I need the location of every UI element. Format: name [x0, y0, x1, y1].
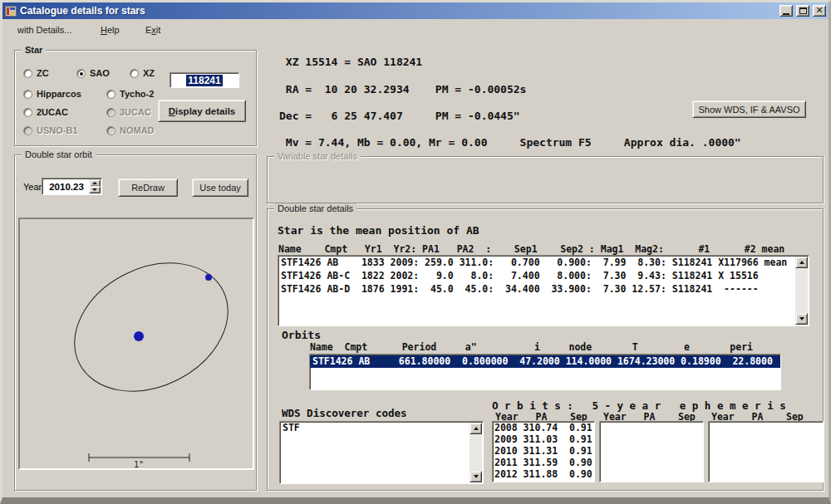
- scroll-down-button[interactable]: [795, 313, 808, 325]
- scroll-down-icon: [474, 475, 479, 478]
- orbits-label: Orbits: [282, 329, 321, 341]
- radio-usnob1: USNO-B1: [23, 125, 78, 135]
- variable-star-details-group: Variable star details: [267, 156, 824, 203]
- radio-hipparcos-icon: [23, 90, 32, 99]
- wds-codes-listbox[interactable]: STF: [279, 421, 484, 484]
- close-button[interactable]: ✕: [813, 5, 826, 17]
- double-star-details-group: Double star details Star is the mean pos…: [267, 208, 824, 491]
- scroll-up-icon: [474, 427, 479, 430]
- radio-tycho2[interactable]: Tycho-2: [106, 89, 154, 99]
- radio-3ucac-icon: [106, 108, 116, 117]
- year-value: 2010.23: [42, 179, 91, 194]
- ephemeris-listbox-2[interactable]: [599, 421, 704, 482]
- scroll-up-button[interactable]: [470, 423, 482, 434]
- minimize-icon: [783, 13, 789, 15]
- primary-star-dot: [134, 331, 144, 341]
- ephemeris-row[interactable]: 2009 311.03 0.91: [493, 433, 594, 445]
- minimize-button[interactable]: [779, 5, 793, 17]
- measures-row[interactable]: STF1426 AB 1833 2009: 259.0 311.0: 0.700…: [278, 256, 809, 269]
- radio-3ucac: 3UCAC: [106, 107, 151, 117]
- wds-codes-label: WDS Discoverer codes: [282, 407, 407, 419]
- radio-sao[interactable]: SAO: [76, 68, 110, 78]
- maximize-icon: [799, 7, 807, 14]
- maximize-button[interactable]: [796, 5, 809, 17]
- star-info-line1: XZ 15514 = SAO 118241: [279, 49, 422, 76]
- orbits-listbox[interactable]: STF1426 AB 661.80000 0.800000 47.2000 11…: [309, 354, 781, 390]
- radio-sao-icon: [76, 69, 86, 78]
- double-group-label: Double star details: [274, 203, 356, 213]
- year-label: Year: [23, 182, 42, 192]
- orbit-ellipse: [52, 238, 249, 417]
- star-id-input[interactable]: 118241: [170, 72, 239, 88]
- radio-hipparcos[interactable]: Hipparcos: [23, 89, 81, 99]
- radio-xz-icon: [130, 69, 139, 78]
- app-icon: [5, 6, 17, 17]
- orbit-group-label: Double star orbit: [22, 149, 96, 159]
- menu-bar: with Details... Help Exit: [2, 21, 829, 41]
- use-today-button[interactable]: Use today: [192, 179, 248, 197]
- measures-listbox[interactable]: STF1426 AB 1833 2009: 259.0 311.0: 0.700…: [278, 255, 809, 326]
- star-id-value: 118241: [186, 75, 222, 86]
- measures-scrollbar[interactable]: [795, 257, 808, 325]
- measures-row[interactable]: STF1426 AB-D 1876 1991: 45.0 45.0: 34.40…: [278, 282, 809, 296]
- ephemeris-row[interactable]: 2011 311.59 0.90: [493, 457, 594, 468]
- ephemeris-listbox-3[interactable]: [708, 421, 824, 482]
- wds-scrollbar[interactable]: [470, 423, 482, 482]
- radio-xz[interactable]: XZ: [130, 68, 155, 78]
- radio-nomad-icon: [106, 126, 116, 135]
- orbit-plot-panel: 1": [18, 218, 254, 470]
- display-details-button[interactable]: Display details: [158, 100, 246, 122]
- variable-group-label: Variable star details: [274, 151, 361, 161]
- close-icon: ✕: [815, 7, 823, 15]
- radio-nomad: NOMAD: [106, 125, 155, 135]
- scroll-up-button[interactable]: [795, 257, 808, 268]
- wds-code-item[interactable]: STF: [280, 422, 483, 433]
- scroll-up-icon: [799, 261, 804, 264]
- ephemeris-title: O r b i t s : 5 - y e a r e p h e m e r …: [492, 399, 786, 412]
- redraw-button[interactable]: ReDraw: [118, 179, 178, 197]
- radio-2ucac-icon: [23, 108, 32, 117]
- show-wds-button[interactable]: Show WDS, IF & AAVSO: [692, 100, 806, 118]
- ephemeris-listbox-1[interactable]: 2008 310.74 0.91 2009 311.03 0.91 2010 3…: [492, 421, 595, 482]
- radio-zc-icon: [23, 69, 32, 78]
- ephemeris-row[interactable]: 2012 311.88 0.90: [493, 468, 594, 480]
- title-bar: Catalogue details for stars ✕: [2, 2, 829, 19]
- secondary-star-dot: [205, 274, 212, 281]
- scroll-down-icon: [799, 317, 804, 321]
- ephemeris-row[interactable]: 2010 311.31 0.91: [493, 445, 594, 457]
- radio-2ucac[interactable]: 2UCAC: [23, 107, 68, 117]
- star-info-line2: RA = 10 20 32.2934 PM = -0.00052s: [279, 76, 526, 104]
- scroll-down-button[interactable]: [470, 471, 482, 482]
- radio-tycho2-icon: [106, 90, 116, 99]
- orbit-plot: 1": [20, 219, 253, 468]
- radio-usnob1-icon: [23, 126, 32, 135]
- menu-with-details[interactable]: with Details...: [17, 25, 71, 35]
- year-spinner[interactable]: 2010.23: [42, 178, 102, 195]
- spinner-down-icon: [92, 188, 97, 191]
- orbits-row-selected[interactable]: STF1426 AB 661.80000 0.800000 47.2000 11…: [310, 355, 780, 368]
- window-title: Catalogue details for stars: [20, 5, 776, 17]
- menu-help[interactable]: Help: [101, 25, 120, 35]
- catalogue-details-window: Catalogue details for stars ✕ with Detai…: [0, 0, 831, 504]
- radio-zc[interactable]: ZC: [23, 68, 49, 78]
- star-group: Star ZC SAO XZ Hipparcos Tycho-2 2UCAC 3…: [14, 50, 257, 146]
- scale-bar-label: 1": [134, 460, 144, 468]
- double-star-orbit-group: Double star orbit Year 2010.23 ReDraw Us…: [14, 154, 257, 491]
- measures-row[interactable]: STF1426 AB-C 1822 2002: 9.0 8.0: 7.400 8…: [278, 269, 809, 282]
- spinner-up-icon: [92, 182, 97, 184]
- star-group-label: Star: [22, 45, 46, 55]
- star-info-line3: Dec = 6 25 47.407 PM = -0.0445": [279, 103, 520, 130]
- ephemeris-row[interactable]: 2008 310.74 0.91: [493, 422, 594, 433]
- measures-header-row: Name Cmpt Yr1 Yr2: PA1 PA2 : Sep1 Sep2 :…: [278, 243, 784, 255]
- orbits-header-row: Name Cmpt Period a" i node T e peri: [304, 341, 753, 353]
- menu-exit[interactable]: Exit: [145, 25, 160, 35]
- mean-position-heading: Star is the mean position of AB: [278, 224, 479, 237]
- spinner-down-button[interactable]: [89, 186, 101, 193]
